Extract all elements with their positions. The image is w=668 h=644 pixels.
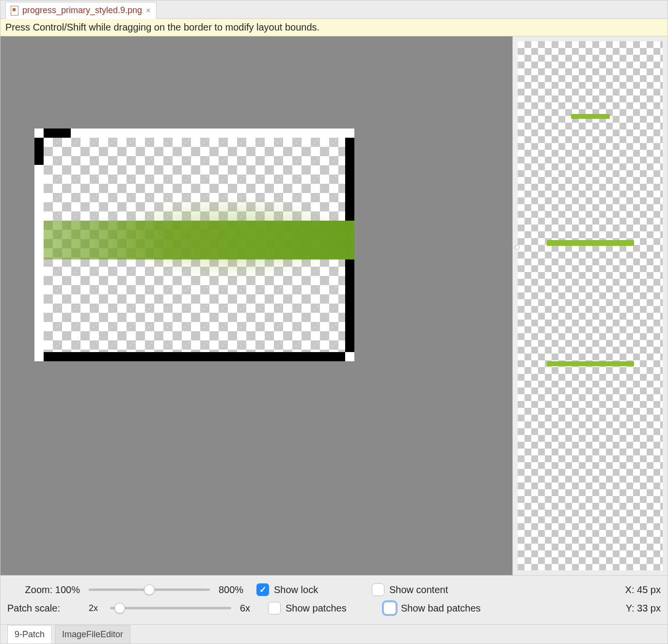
patch-slider-thumb[interactable] bbox=[114, 603, 125, 613]
zoom-slider-thumb[interactable] bbox=[144, 584, 155, 595]
preview-checker bbox=[518, 41, 663, 570]
show-patches-label: Show patches bbox=[286, 603, 347, 614]
patch-max-label: 6x bbox=[240, 603, 259, 614]
show-content-checkbox[interactable]: Show content bbox=[372, 583, 488, 596]
file-tab-title: progress_primary_styled.9.png bbox=[22, 5, 142, 16]
file-tabbar: progress_primary_styled.9.png × bbox=[0, 0, 668, 19]
zoom-slider[interactable] bbox=[89, 585, 210, 595]
tab-imagefileeditor[interactable]: ImageFileEditor bbox=[55, 625, 130, 644]
file-tab[interactable]: progress_primary_styled.9.png × bbox=[5, 2, 157, 19]
coord-x: X: 45 px bbox=[625, 584, 661, 596]
controls-panel: Zoom: 100% 800% Show lock Show content X… bbox=[0, 575, 668, 624]
checkbox-icon bbox=[256, 583, 269, 596]
bottom-tabbar: 9-Patch ImageFileEditor bbox=[0, 624, 668, 644]
coord-y: Y: 33 px bbox=[626, 603, 661, 614]
patch-scale-slider[interactable] bbox=[110, 603, 231, 613]
hint-bar: Press Control/Shift while dragging on th… bbox=[0, 19, 668, 36]
zoom-max-label: 800% bbox=[219, 584, 248, 596]
show-lock-checkbox[interactable]: Show lock bbox=[256, 583, 363, 596]
patch-guide-top[interactable] bbox=[44, 129, 71, 138]
show-patches-checkbox[interactable]: Show patches bbox=[268, 602, 375, 614]
patch-min-label: 2x bbox=[89, 603, 101, 613]
checkbox-icon bbox=[383, 602, 396, 614]
patch-guide-left[interactable] bbox=[34, 138, 44, 165]
show-content-label: Show content bbox=[389, 584, 448, 596]
checkbox-icon bbox=[372, 583, 384, 596]
preview-resize-handle[interactable] bbox=[515, 245, 520, 250]
editor-area bbox=[0, 36, 668, 575]
show-lock-label: Show lock bbox=[274, 584, 318, 596]
show-bad-patches-checkbox[interactable]: Show bad patches bbox=[383, 602, 500, 614]
preview-sample-large bbox=[547, 361, 634, 366]
image-progress-bar bbox=[44, 221, 354, 259]
preview-sample-medium bbox=[547, 240, 634, 246]
preview-pane bbox=[512, 36, 668, 575]
close-icon[interactable]: × bbox=[146, 6, 150, 15]
show-bad-patches-label: Show bad patches bbox=[401, 603, 481, 614]
patch-guide-bottom[interactable] bbox=[44, 352, 345, 361]
nine-patch-canvas[interactable] bbox=[34, 129, 354, 361]
zoom-label: Zoom: 100% bbox=[7, 584, 80, 596]
tab-9patch[interactable]: 9-Patch bbox=[7, 625, 52, 644]
checkbox-icon bbox=[268, 602, 281, 614]
preview-sample-small bbox=[571, 114, 610, 119]
patch-scale-label: Patch scale: bbox=[7, 603, 80, 614]
image-file-icon bbox=[11, 6, 18, 16]
canvas-pane[interactable] bbox=[0, 36, 512, 575]
